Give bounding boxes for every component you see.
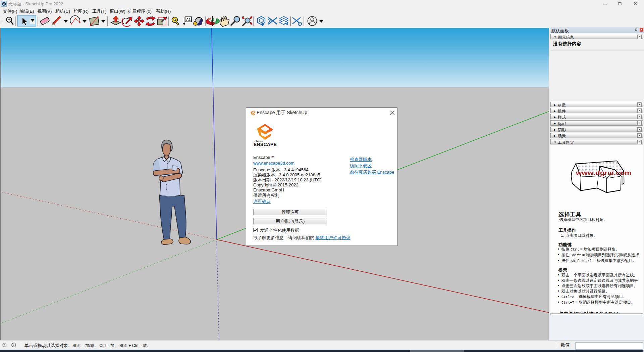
svg-text:A1: A1	[186, 17, 191, 21]
